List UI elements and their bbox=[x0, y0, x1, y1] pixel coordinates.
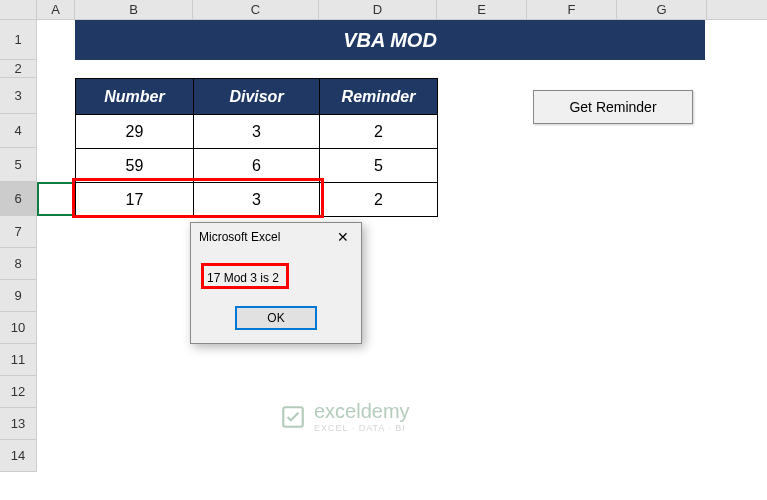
row-header-1[interactable]: 1 bbox=[0, 20, 37, 60]
watermark: exceldemy EXCEL · DATA · BI bbox=[280, 400, 410, 433]
watermark-brand: exceldemy bbox=[314, 400, 410, 423]
cell-divisor[interactable]: 3 bbox=[194, 183, 320, 217]
row-header-3[interactable]: 3 bbox=[0, 78, 37, 114]
watermark-sub: EXCEL · DATA · BI bbox=[314, 423, 410, 433]
cell-number[interactable]: 17 bbox=[76, 183, 194, 217]
select-all-corner[interactable] bbox=[0, 0, 37, 19]
row-header-6[interactable]: 6 bbox=[0, 182, 37, 216]
row-header-5[interactable]: 5 bbox=[0, 148, 37, 182]
cell-divisor[interactable]: 6 bbox=[194, 149, 320, 183]
row-header-8[interactable]: 8 bbox=[0, 248, 37, 280]
row-header-13[interactable]: 13 bbox=[0, 408, 37, 440]
row-header-2[interactable]: 2 bbox=[0, 60, 37, 78]
table-header-row: Number Divisor Reminder bbox=[76, 79, 438, 115]
row-header-7[interactable]: 7 bbox=[0, 216, 37, 248]
get-reminder-button[interactable]: Get Reminder bbox=[533, 90, 693, 124]
header-reminder[interactable]: Reminder bbox=[320, 79, 438, 115]
col-header-D[interactable]: D bbox=[319, 0, 437, 19]
col-header-G[interactable]: G bbox=[617, 0, 707, 19]
header-number[interactable]: Number bbox=[76, 79, 194, 115]
table-row: 29 3 2 bbox=[76, 115, 438, 149]
col-header-A[interactable]: A bbox=[37, 0, 75, 19]
cell-divisor[interactable]: 3 bbox=[194, 115, 320, 149]
row-header-4[interactable]: 4 bbox=[0, 114, 37, 148]
ok-button[interactable]: OK bbox=[236, 307, 316, 329]
row-header-12[interactable]: 12 bbox=[0, 376, 37, 408]
cell-reminder[interactable]: 5 bbox=[320, 149, 438, 183]
row-header-11[interactable]: 11 bbox=[0, 344, 37, 376]
data-table: Number Divisor Reminder 29 3 2 59 6 5 17… bbox=[75, 78, 438, 217]
cell-reminder[interactable]: 2 bbox=[320, 115, 438, 149]
msgbox-title-text: Microsoft Excel bbox=[199, 230, 280, 244]
table-row: 17 3 2 bbox=[76, 183, 438, 217]
table-row: 59 6 5 bbox=[76, 149, 438, 183]
col-header-E[interactable]: E bbox=[437, 0, 527, 19]
cell-number[interactable]: 29 bbox=[76, 115, 194, 149]
col-header-F[interactable]: F bbox=[527, 0, 617, 19]
row-header-14[interactable]: 14 bbox=[0, 440, 37, 472]
col-header-B[interactable]: B bbox=[75, 0, 193, 19]
page-title: VBA MOD bbox=[75, 20, 705, 60]
message-box: Microsoft Excel ✕ 17 Mod 3 is 2 OK bbox=[190, 222, 362, 344]
cell-reminder[interactable]: 2 bbox=[320, 183, 438, 217]
col-header-C[interactable]: C bbox=[193, 0, 319, 19]
close-icon[interactable]: ✕ bbox=[333, 229, 353, 245]
cell-number[interactable]: 59 bbox=[76, 149, 194, 183]
logo-icon bbox=[280, 404, 306, 430]
header-divisor[interactable]: Divisor bbox=[194, 79, 320, 115]
row-header-9[interactable]: 9 bbox=[0, 280, 37, 312]
row-header-10[interactable]: 10 bbox=[0, 312, 37, 344]
msgbox-text: 17 Mod 3 is 2 bbox=[207, 271, 279, 285]
